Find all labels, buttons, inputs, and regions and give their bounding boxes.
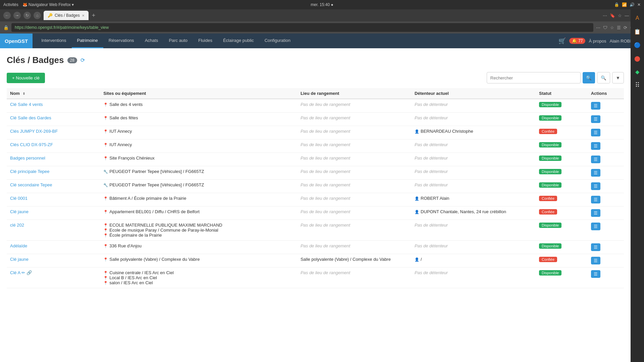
key-name[interactable]: Clés CLIO DX-975-ZF — [10, 142, 53, 147]
cell-actions: ☰ — [588, 267, 624, 288]
cell-detenteur: 👤BERNARDEAU Christophe — [411, 126, 536, 139]
activities-label[interactable]: Activités — [3, 2, 18, 7]
person-icon: 👤 — [415, 196, 419, 200]
nav-item-eclairage[interactable]: Éclairage public — [218, 34, 259, 48]
search-adv-icon: 🔍 — [601, 75, 606, 80]
forward-button[interactable]: → — [13, 12, 21, 19]
site-name: ECOLE MATERNELLE PUBLIQUE MAXIME MARCHAN… — [109, 223, 222, 228]
no-detenteur: Pas de détenteur — [415, 223, 448, 228]
key-name[interactable]: Clé Salle des Gardes — [10, 115, 51, 120]
home-button[interactable]: ⌂ — [34, 12, 41, 19]
window-close[interactable]: ✕ — [637, 2, 641, 7]
cell-statut: Disponible — [536, 220, 588, 241]
nav-item-configuration[interactable]: Configuration — [259, 34, 296, 48]
search-input[interactable] — [487, 72, 581, 83]
notifications-button[interactable]: 🔔 77 — [569, 38, 585, 44]
edit-icon[interactable]: ✏ — [21, 270, 25, 275]
lock-icon: 🔒 — [3, 25, 9, 30]
cell-sites: 🔧PEUGEOT Partner Tepee [Véhicules] / FG6… — [100, 166, 297, 180]
status-badge: Disponible — [539, 223, 561, 228]
reload-button[interactable]: ↻ — [23, 12, 31, 19]
key-name[interactable]: Clé 0001 — [10, 196, 28, 201]
sidebar-icon-1[interactable]: A — [632, 13, 643, 23]
os-clock: mer. 15:40 ● — [311, 2, 333, 7]
browser-label[interactable]: 🦊 Navigateur Web Firefox ▾ — [22, 2, 74, 7]
key-name[interactable]: Clé secondaire Tepee — [10, 182, 52, 187]
key-name[interactable]: Badges personnel — [10, 156, 45, 161]
reader-icon[interactable]: ☰ — [617, 25, 621, 30]
app-logo[interactable]: OpenGST — [0, 34, 33, 48]
action-menu-button[interactable]: ☰ — [591, 182, 600, 190]
filter-button[interactable]: ▼ — [612, 72, 624, 83]
new-key-button[interactable]: + Nouvelle clé — [7, 73, 45, 83]
about-link[interactable]: À propos — [589, 39, 606, 44]
link-icon[interactable]: 🔗 — [26, 270, 32, 275]
search-button[interactable]: 🔍 — [583, 72, 595, 83]
action-menu-button[interactable]: ☰ — [591, 223, 600, 230]
menu-icon[interactable]: ⋯ — [603, 13, 607, 18]
back-button[interactable]: ← — [3, 12, 11, 19]
key-name[interactable]: Adélaïde — [10, 243, 27, 248]
cell-sites: 📍IUT Annecy — [100, 126, 297, 139]
site-name: École primaire de la Prairie — [109, 233, 162, 238]
col-header-sites[interactable]: Sites ou équipement — [100, 88, 297, 99]
history-icon[interactable]: ⋯ — [596, 25, 600, 30]
sidebar-icon-5[interactable]: ◆ — [632, 66, 643, 77]
nav-item-achats[interactable]: Achats — [140, 34, 164, 48]
url-input[interactable] — [11, 23, 593, 32]
sidebar-icon-2[interactable]: 📋 — [632, 26, 643, 37]
nav-item-interventions[interactable]: Interventions — [36, 34, 71, 48]
tab-close-icon[interactable]: ✕ — [82, 14, 85, 17]
key-name[interactable]: Clé Salle 4 vents — [10, 102, 43, 107]
sidebar-icon-6[interactable]: ⠿ — [632, 80, 643, 90]
action-menu-button[interactable]: ☰ — [591, 243, 600, 251]
window-min-icon[interactable]: — — [625, 13, 629, 18]
site-name: Salle des 4 vents — [109, 102, 143, 107]
key-name[interactable]: Clé principale Tepee — [10, 169, 50, 174]
site-entry: 📍IUT Annecy — [103, 142, 294, 147]
sidebar-icon-4[interactable]: ⬤ — [632, 53, 643, 64]
col-header-nom[interactable]: Nom ⬍ — [7, 88, 100, 99]
action-menu-button[interactable]: ☰ — [591, 156, 600, 163]
key-name[interactable]: Clé A — [10, 270, 20, 275]
action-menu-button[interactable]: ☰ — [591, 196, 600, 203]
key-name[interactable]: Clés JUMPY DX-269-BF — [10, 129, 58, 134]
action-menu-button[interactable]: ☰ — [591, 209, 600, 217]
action-menu-button[interactable]: ☰ — [591, 270, 600, 278]
nav-item-fluides[interactable]: Fluides — [193, 34, 218, 48]
new-tab-button[interactable]: + — [90, 12, 98, 19]
cell-lieu: Pas de lieu de rangement — [297, 139, 411, 153]
nav-item-parc-auto[interactable]: Parc auto — [163, 34, 193, 48]
nav-item-reservations[interactable]: Réservations — [103, 34, 140, 48]
browser-tab[interactable]: 🔑 Clés / Badges ✕ — [44, 11, 89, 20]
cell-detenteur: Pas de détenteur — [411, 153, 536, 166]
action-menu-button[interactable]: ☰ — [591, 129, 600, 136]
site-name: Salle des fêtes — [109, 115, 138, 120]
star-icon[interactable]: ☆ — [618, 13, 622, 18]
bookmark-icon[interactable]: 🔖 — [610, 13, 615, 18]
shield-icon[interactable]: 🛡 — [603, 25, 607, 30]
page-header: Clés / Badges 28 ⟳ — [7, 55, 624, 65]
key-name[interactable]: Clé jaune — [10, 209, 29, 214]
cell-nom: Adélaïde — [7, 241, 100, 254]
sync-icon[interactable]: ⟳ — [624, 25, 627, 30]
browser-nav-buttons: ← → ↻ ⌂ — [3, 12, 41, 19]
cell-sites: 📍Bâtiment A / École primaire de la Prair… — [100, 193, 297, 206]
table-row: Clé 0001📍Bâtiment A / École primaire de … — [7, 193, 624, 206]
cart-button[interactable]: 🛒 — [558, 37, 566, 45]
sidebar-icon-3[interactable]: 🔵 — [632, 40, 643, 50]
os-icon-3: 🔊 — [630, 2, 635, 7]
action-menu-button[interactable]: ☰ — [591, 115, 600, 123]
action-menu-button[interactable]: ☰ — [591, 102, 600, 110]
notification-count: 77 — [578, 39, 583, 43]
action-menu-button[interactable]: ☰ — [591, 169, 600, 177]
action-menu-button[interactable]: ☰ — [591, 142, 600, 150]
key-name[interactable]: clé 202 — [10, 223, 24, 228]
bookmark-star-icon[interactable]: ☆ — [610, 25, 614, 30]
nav-item-patrimoine[interactable]: Patrimoine — [72, 34, 103, 48]
advanced-search-button[interactable]: 🔍 — [597, 72, 610, 83]
no-lieu: Pas de lieu de rangement — [301, 196, 350, 201]
key-name[interactable]: Clé jaune — [10, 257, 29, 262]
action-menu-button[interactable]: ☰ — [591, 257, 600, 264]
refresh-icon[interactable]: ⟳ — [80, 57, 85, 63]
